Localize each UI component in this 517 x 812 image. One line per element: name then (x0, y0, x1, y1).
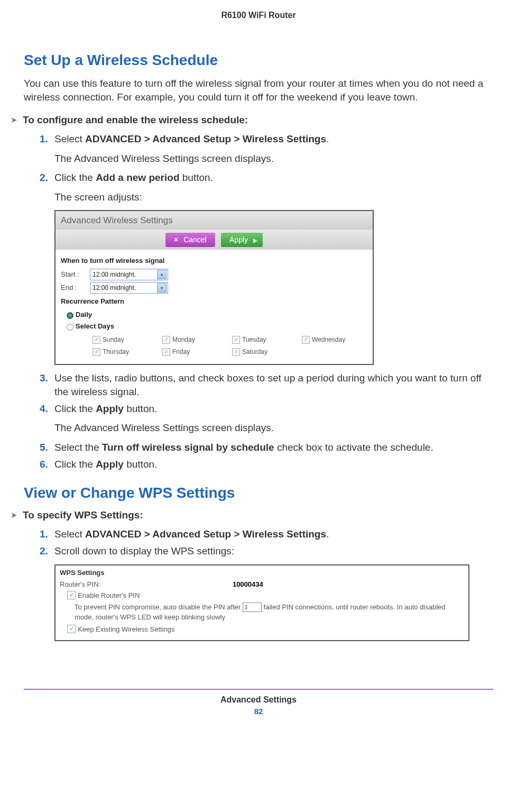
radio-icon (67, 312, 73, 319)
step-number: 6. (40, 458, 48, 472)
step-text: Click the (54, 172, 96, 183)
step-text-bold: Turn off wireless signal by schedule (102, 442, 274, 453)
day-checkbox-wed[interactable]: ✓Wednesday (302, 335, 367, 344)
chevron-down-icon: ▾ (157, 270, 167, 279)
step-1: 1. Select ADVANCED > Advanced Setup > Wi… (40, 132, 493, 166)
start-label: Start : (61, 270, 90, 279)
select-days-radio[interactable]: Select Days (64, 322, 367, 331)
failed-pin-input[interactable]: 3 (243, 603, 262, 612)
step-text: Select (54, 133, 85, 144)
step-6: 6. Click the Apply button. (40, 458, 493, 472)
step-text: . (326, 133, 329, 144)
step-text-bold: ADVANCED > Advanced Setup > Wireless Set… (85, 133, 326, 144)
step-number: 4. (40, 402, 48, 416)
page-header: R6100 WiFi Router (24, 11, 493, 20)
step-number: 2. (40, 544, 48, 559)
procedure-arrow-icon: ➤ (11, 510, 17, 520)
checkbox-icon[interactable]: ✓ (67, 591, 76, 599)
end-value: 12:00 midnight. (93, 284, 136, 293)
step-text: button. (180, 172, 213, 183)
dialog-buttonbar: ×Cancel Apply▶ (56, 230, 373, 250)
step-number: 1. (40, 132, 48, 147)
step-3: 3. Use the lists, radio buttons, and che… (40, 371, 493, 399)
day-checkbox-mon[interactable]: ✓Monday (162, 335, 228, 344)
apply-button[interactable]: Apply▶ (221, 233, 263, 248)
procedure-label: To configure and enable the wireless sch… (23, 114, 248, 126)
page-number: 82 (24, 707, 493, 716)
end-label: End : (61, 283, 90, 293)
step-text: Select (54, 528, 85, 540)
daily-radio[interactable]: Daily (64, 310, 367, 320)
radio-icon (67, 324, 73, 331)
step-subtext: The screen adjusts: (54, 190, 493, 205)
step-text: button. (124, 403, 157, 414)
step-number: 5. (40, 441, 48, 455)
step-text: Select the (54, 442, 102, 453)
checkbox-icon: ✓ (162, 348, 170, 356)
step-text: button. (124, 459, 157, 470)
procedure-label: To specify WPS Settings: (23, 509, 143, 521)
step-number: 2. (40, 171, 48, 185)
recurrence-label: Recurrence Pattern (61, 297, 367, 306)
when-label: When to turn off wireless signal (61, 256, 367, 266)
day-checkbox-thu[interactable]: ✓Thursday (93, 348, 158, 357)
procedure-arrow-icon: ➤ (11, 115, 17, 125)
keep-existing-label: Keep Existing Wireless Settings (78, 625, 175, 634)
step-2: 2. Click the Add a new period button. Th… (40, 171, 493, 364)
section-intro: You can use this feature to turn off the… (24, 77, 493, 104)
step-text: . (326, 528, 329, 540)
pin-compromise-text: To prevent PIN compromise, auto disable … (75, 602, 464, 623)
step-text-bold: Add a new period (96, 172, 179, 183)
close-icon: × (174, 235, 178, 244)
day-checkbox-fri[interactable]: ✓Friday (162, 348, 228, 357)
router-pin-value: 10000434 (233, 580, 263, 589)
step-subtext: The Advanced Wireless Settings screen di… (54, 421, 493, 435)
step-text: check box to activate the schedule. (274, 442, 433, 453)
step-number: 1. (40, 527, 48, 542)
day-checkbox-tue[interactable]: ✓Tuesday (232, 335, 298, 344)
dialog-title: Advanced Wireless Settings (56, 211, 373, 230)
step-text-bold: ADVANCED > Advanced Setup > Wireless Set… (85, 528, 326, 540)
checkbox-icon: ✓ (302, 336, 310, 344)
step-text-bold: Apply (96, 403, 124, 414)
step-text: Scroll down to display the WPS settings: (54, 545, 234, 556)
wireless-schedule-dialog: Advanced Wireless Settings ×Cancel Apply… (54, 210, 374, 365)
day-checkbox-sun[interactable]: ✓Sunday (93, 335, 158, 344)
checkbox-icon: ✓ (232, 336, 240, 344)
cancel-button[interactable]: ×Cancel (165, 233, 215, 248)
step-5: 5. Select the Turn off wireless signal b… (40, 441, 493, 455)
end-select[interactable]: 12:00 midnight. ▾ (90, 282, 168, 294)
checkbox-icon: ✓ (232, 348, 240, 356)
section-title-schedule: Set Up a Wireless Schedule (24, 52, 493, 69)
start-select[interactable]: 12:00 midnight. ▾ (90, 269, 168, 280)
checkbox-icon: ✓ (93, 336, 100, 344)
day-checkbox-sat[interactable]: ✓Saturday (232, 348, 298, 357)
checkbox-icon: ✓ (93, 348, 100, 356)
chevron-down-icon: ▾ (157, 283, 167, 293)
wps-settings-panel: WPS Settings Router's PIN: 10000434 ✓ En… (54, 564, 469, 641)
start-value: 12:00 midnight. (93, 270, 136, 279)
step-2: 2. Scroll down to display the WPS settin… (40, 544, 493, 641)
step-text-bold: Apply (96, 459, 124, 470)
step-4: 4. Click the Apply button. The Advanced … (40, 402, 493, 435)
arrow-right-icon: ▶ (253, 237, 257, 244)
step-1: 1. Select ADVANCED > Advanced Setup > Wi… (40, 527, 493, 542)
wps-heading: WPS Settings (60, 568, 464, 578)
step-text: Click the (54, 403, 96, 414)
enable-pin-label: Enable Router's PIN (78, 591, 140, 600)
router-pin-label: Router's PIN: (60, 580, 100, 589)
step-text: Click the (54, 459, 96, 470)
checkbox-icon: ✓ (162, 336, 170, 344)
checkbox-icon[interactable]: ✓ (67, 625, 76, 633)
step-text: Use the lists, radio buttons, and check … (54, 372, 482, 398)
step-number: 3. (40, 371, 48, 386)
step-subtext: The Advanced Wireless Settings screen di… (54, 152, 493, 166)
section-title-wps: View or Change WPS Settings (24, 485, 493, 501)
page-footer-label: Advanced Settings (24, 689, 493, 705)
